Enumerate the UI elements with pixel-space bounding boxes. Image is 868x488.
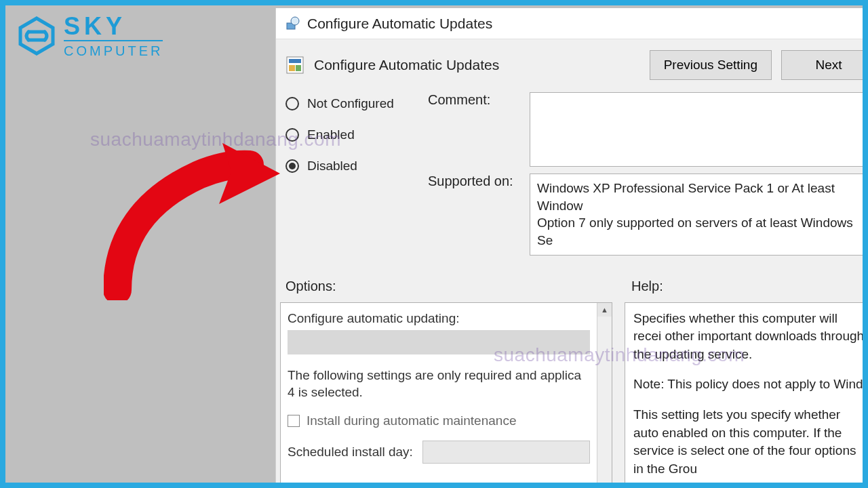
radio-icon [285,159,299,173]
help-paragraph: Note: This policy does not apply to Wind [633,375,863,394]
radio-icon [285,97,299,110]
window-title: Configure Automatic Updates [307,16,492,32]
brand-logo-text-bottom: COMPUTER [64,44,163,58]
help-paragraph: This setting lets you specify whether au… [633,406,863,478]
comment-label: Comment: [428,92,523,108]
scheduled-day-dropdown[interactable] [422,441,590,464]
help-paragraph: Specifies whether this computer will rec… [633,310,863,364]
svg-rect-3 [289,59,301,63]
dialog-header: Configure Automatic Updates Previous Set… [276,39,863,92]
options-scrollbar[interactable]: ▲ [597,303,612,483]
annotation-arrow-icon [104,138,280,300]
checkbox-icon [288,415,300,427]
previous-setting-button[interactable]: Previous Setting [650,50,772,80]
policy-state-radios: Not Configured Enabled Disabled [285,92,421,256]
configure-updating-dropdown[interactable] [288,330,590,354]
configure-updating-label: Configure automatic updating: [288,311,590,326]
svg-marker-6 [219,143,280,204]
policy-icon [285,56,304,75]
svg-point-1 [291,17,299,25]
help-pane: Specifies whether this computer will rec… [625,302,863,483]
radio-label: Disabled [307,159,357,174]
brand-logo-icon [16,16,57,56]
supported-on-text: Windows XP Professional Service Pack 1 o… [530,174,863,256]
options-pane: Configure automatic updating: The follow… [280,302,612,483]
background-frame: SKY COMPUTER Configure Automatic Updates… [5,5,863,483]
radio-disabled[interactable]: Disabled [285,159,421,174]
comment-textarea[interactable] [530,92,863,167]
radio-enabled[interactable]: Enabled [285,127,421,142]
radio-label: Enabled [307,127,355,142]
svg-rect-5 [296,65,301,71]
policy-title: Configure Automatic Updates [314,57,640,73]
scheduled-day-label: Scheduled install day: [288,445,413,460]
scroll-up-icon[interactable]: ▲ [597,303,612,317]
radio-label: Not Configured [307,96,394,111]
svg-rect-4 [289,65,295,71]
help-section-label: Help: [631,279,663,294]
policy-editor-dialog: Configure Automatic Updates Configure Au… [275,8,863,483]
window-icon [285,16,300,31]
options-note-text: The following settings are only required… [288,367,590,401]
options-section-label: Options: [285,279,631,294]
radio-icon [285,128,299,142]
window-titlebar: Configure Automatic Updates [276,8,863,39]
checkbox-label: Install during automatic maintenance [307,413,516,428]
brand-logo: SKY COMPUTER [16,12,165,60]
next-setting-button[interactable]: Next [781,50,863,80]
supported-on-label: Supported on: [428,174,523,189]
radio-not-configured[interactable]: Not Configured [285,96,421,111]
install-maintenance-checkbox[interactable]: Install during automatic maintenance [288,413,590,428]
brand-logo-text-top: SKY [64,14,163,41]
